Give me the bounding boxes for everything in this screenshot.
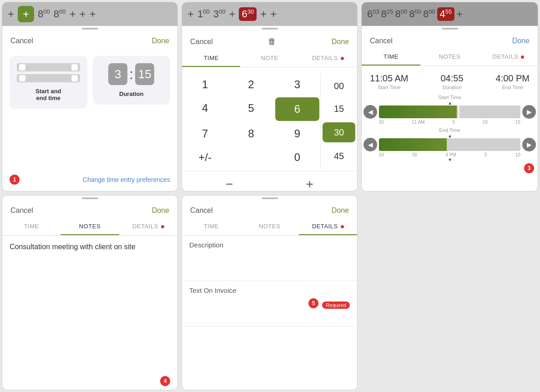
start-slider-label: Start Time — [362, 95, 538, 100]
numpad-0[interactable]: 0 — [274, 146, 320, 169]
time-num-1: 800 — [38, 8, 50, 20]
duration-label: Duration — [119, 90, 143, 97]
green-plus-btn-1[interactable]: + — [18, 6, 34, 22]
numpad-7[interactable]: 7 — [182, 122, 228, 146]
plus-icon-3[interactable]: + — [79, 8, 86, 20]
time-num-highlighted: 630 — [239, 7, 257, 21]
tab-note-2[interactable]: NOTE — [240, 50, 298, 67]
end-slider-label: End Time — [362, 127, 538, 133]
start-slider-left[interactable]: ◀ — [363, 105, 377, 119]
details-content: Description Text On Invoice 5 Required — [182, 236, 357, 390]
tab-time-2[interactable]: TIME — [182, 50, 240, 67]
end-slider-labels: 50554 PM510 — [362, 151, 538, 158]
numpad-8[interactable]: 8 — [228, 122, 274, 146]
end-slider-section: End Time ◀ ▶ 50554 PM510 — [362, 126, 538, 161]
plus-icon-4[interactable]: + — [89, 8, 96, 20]
trash-icon[interactable]: 🗑 — [268, 37, 276, 46]
red-dot-4 — [161, 225, 164, 228]
tab-details-3[interactable]: DETAILS — [479, 49, 538, 65]
done-button-2[interactable]: Done — [332, 38, 349, 46]
end-slider-right[interactable]: ▶ — [522, 138, 536, 151]
cancel-button-4[interactable]: Cancel — [10, 206, 33, 215]
modal-header-1: Cancel Done — [2, 30, 177, 49]
tabs-5: TIME NOTES DETAILS — [182, 218, 357, 236]
plus-icon-6[interactable]: + — [229, 8, 235, 20]
end-time-value: 4:00 PM — [496, 73, 530, 84]
top-bar-1: + + 800 800 + + + — [2, 2, 177, 26]
duration-minutes: 15 — [135, 63, 154, 85]
badge-1: 1 — [10, 175, 20, 185]
plus-icon-5[interactable]: + — [187, 8, 194, 20]
cancel-button-1[interactable]: Cancel — [10, 37, 33, 45]
numpad-4[interactable]: 4 — [182, 96, 228, 120]
end-slider-track[interactable] — [379, 138, 520, 151]
empty-space — [359, 193, 540, 392]
plus-icon-7[interactable]: + — [260, 8, 267, 20]
min-15[interactable]: 15 — [323, 99, 355, 119]
done-button-5[interactable]: Done — [332, 206, 349, 215]
change-prefs-link[interactable]: Change time entry preferences — [83, 176, 170, 183]
badge-4: 4 — [160, 376, 170, 386]
tb-num-825: 825 — [381, 8, 394, 20]
tab-notes-5[interactable]: NOTES — [240, 218, 298, 235]
numpad-6[interactable]: 6 — [275, 97, 319, 121]
plus-icon-8[interactable]: + — [270, 8, 277, 20]
plus-op[interactable]: + — [299, 175, 321, 191]
text-on-invoice-label: Text On Invoice — [189, 286, 350, 294]
red-dot-2 — [341, 57, 344, 60]
tab-details-2[interactable]: DETAILS — [299, 50, 357, 67]
top-bar-2: + 100 300 + 630 + + — [182, 2, 357, 26]
numpad-content: 1 2 3 4 5 6 7 8 9 +/- 0 00 15 30 45 — [182, 67, 357, 191]
min-00[interactable]: 00 — [323, 76, 355, 96]
description-section: Description — [182, 236, 357, 281]
time-num-2: 800 — [54, 8, 66, 20]
tb-num-800c: 800 — [423, 8, 435, 20]
numpad-plus-minus[interactable]: +/- — [182, 146, 228, 169]
plus-icon-9[interactable]: + — [456, 8, 463, 20]
cancel-button-2[interactable]: Cancel — [190, 38, 213, 46]
numpad-3[interactable]: 3 — [274, 73, 320, 96]
cancel-button-5[interactable]: Cancel — [190, 206, 213, 215]
numpad-5[interactable]: 5 — [228, 96, 274, 120]
tab-notes-4[interactable]: NOTES — [61, 218, 119, 235]
tab-time-5[interactable]: TIME — [182, 218, 240, 235]
tab-time-4[interactable]: TIME — [2, 218, 61, 235]
done-button-1[interactable]: Done — [152, 37, 169, 45]
tab-details-5[interactable]: DETAILS — [299, 218, 357, 235]
done-button-3[interactable]: Done — [512, 37, 530, 45]
red-dot-3 — [521, 55, 524, 59]
start-slider-right[interactable]: ▶ — [522, 105, 536, 119]
min-45[interactable]: 45 — [323, 146, 355, 166]
end-time-block: 4:00 PM End Time — [496, 73, 530, 90]
minus-op[interactable]: − — [218, 175, 240, 191]
modal-header-4: Cancel Done — [2, 200, 177, 218]
end-slider-container: ◀ ▶ — [362, 138, 538, 151]
cancel-button-3[interactable]: Cancel — [370, 37, 393, 45]
plus-icon-1[interactable]: + — [8, 8, 14, 20]
end-slider-left[interactable]: ◀ — [363, 138, 377, 151]
numpad-empty — [228, 146, 274, 169]
start-time-label: Start Time — [370, 85, 409, 90]
duration-display: 3 : 15 — [108, 63, 154, 85]
badge-3: 3 — [524, 163, 534, 173]
header-center-2: 🗑 — [268, 37, 276, 46]
description-label: Description — [189, 241, 350, 249]
start-slider-section: Start Time ◀ ▶ 5511 AM51015 — [362, 92, 538, 126]
numpad-1[interactable]: 1 — [182, 73, 228, 96]
start-slider-track[interactable] — [379, 106, 520, 118]
duration-card[interactable]: 3 : 15 Duration — [93, 56, 171, 105]
tab-time-3[interactable]: TIME — [362, 49, 420, 65]
numpad-9[interactable]: 9 — [274, 122, 320, 146]
start-end-card[interactable]: Start andend time — [10, 56, 87, 109]
slider-mock-1 — [17, 63, 80, 71]
numpad-2[interactable]: 2 — [228, 73, 274, 96]
tb-num-800b: 800 — [409, 8, 421, 20]
numpad-bottom: − + — [182, 171, 357, 191]
done-button-4[interactable]: Done — [152, 206, 169, 215]
tab-details-4[interactable]: DETAILS — [119, 218, 177, 235]
start-slider-labels: 5511 AM51015 — [362, 119, 538, 126]
tab-notes-3[interactable]: NOTES — [420, 49, 479, 65]
min-30[interactable]: 30 — [323, 122, 355, 142]
notes-content: Consultation meeting with client on site — [2, 236, 177, 372]
plus-icon-2[interactable]: + — [69, 8, 76, 20]
